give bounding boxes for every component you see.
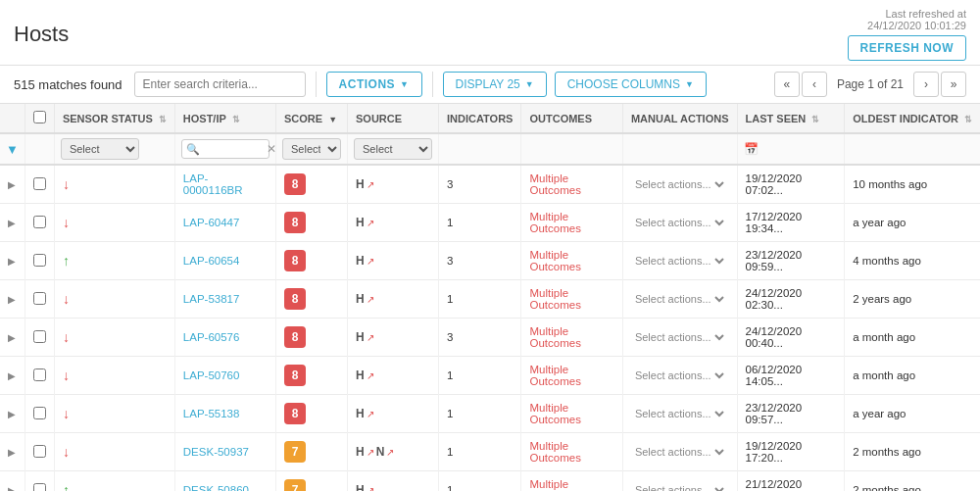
indicators-cell: 3 [439, 165, 521, 204]
manual-actions-select[interactable]: Select actions... [631, 254, 727, 268]
row-checkbox[interactable] [33, 330, 46, 343]
outcomes-link[interactable]: Multiple Outcomes [529, 364, 580, 387]
last-seen-cell: 19/12/2020 07:02... [737, 165, 845, 204]
manual-actions-select[interactable]: Select actions... [631, 445, 727, 459]
row-checkbox[interactable] [33, 254, 46, 267]
filter-score-cell: Select [276, 133, 348, 165]
oldest-sort-icon[interactable]: ⇅ [964, 115, 972, 124]
last-seen-sort-icon[interactable]: ⇅ [811, 115, 819, 124]
manual-actions-cell: Select actions... [622, 242, 737, 280]
expand-button[interactable]: ▶ [8, 256, 16, 267]
manual-actions-cell: Select actions... [622, 395, 737, 433]
actions-button[interactable]: ACTIONS ▼ [326, 72, 422, 97]
host-link[interactable]: LAP-55138 [183, 408, 240, 419]
row-checkbox[interactable] [33, 445, 46, 458]
host-link[interactable]: DESK-50937 [183, 446, 249, 458]
manual-actions-select[interactable]: Select actions... [631, 368, 727, 382]
display-button[interactable]: DISPLAY 25 ▼ [443, 72, 547, 97]
manual-actions-select[interactable]: Select actions... [631, 330, 727, 344]
score-filter[interactable]: Select [282, 138, 341, 160]
last-seen-calendar-icon[interactable]: 📅 [744, 142, 759, 156]
manual-actions-cell: Select actions... [622, 471, 737, 492]
outcomes-cell: Multiple Outcomes [521, 165, 622, 204]
outcomes-link[interactable]: Multiple Outcomes [529, 287, 580, 311]
score-sort-icon[interactable]: ▼ [328, 115, 337, 124]
status-down-icon: ↓ [63, 368, 70, 383]
host-link[interactable]: LAP-0000116BR [183, 172, 243, 196]
expand-button[interactable]: ▶ [8, 447, 16, 458]
expand-button[interactable]: ▶ [8, 409, 16, 419]
source-cell: H↗ [348, 395, 439, 433]
host-sort-icon[interactable]: ⇅ [232, 115, 240, 124]
expand-button[interactable]: ▶ [8, 485, 16, 491]
manual-actions-cell: Select actions... [622, 204, 737, 242]
row-checkbox[interactable] [33, 407, 46, 419]
row-checkbox[interactable] [33, 368, 46, 381]
source-cell: H↗ [348, 204, 439, 242]
score-badge: 7 [284, 479, 306, 491]
last-seen-cell: 21/12/2020 00:16... [737, 471, 845, 492]
outcomes-link[interactable]: Multiple Outcomes [529, 440, 580, 464]
manual-actions-select[interactable]: Select actions... [631, 407, 727, 420]
manual-actions-select[interactable]: Select actions... [631, 177, 727, 191]
expand-button[interactable]: ▶ [8, 218, 16, 228]
indicators-cell: 1 [439, 204, 521, 242]
outcomes-link[interactable]: Multiple Outcomes [529, 211, 580, 234]
outcomes-link[interactable]: Multiple Outcomes [529, 325, 580, 349]
row-checkbox[interactable] [33, 292, 46, 305]
source-cell: H↗ [348, 165, 439, 204]
choose-columns-button[interactable]: CHOOSE COLUMNS ▼ [555, 72, 707, 97]
next-page-button[interactable]: › [913, 72, 939, 97]
row-checkbox[interactable] [33, 177, 46, 190]
source-filter[interactable]: Select [354, 138, 432, 160]
table-row: ▶ ↑ LAP-60654 8 H↗ 3 Multiple Outcomes S… [0, 242, 980, 280]
checkbox-cell [24, 165, 54, 204]
last-page-button[interactable]: » [941, 72, 966, 97]
sensor-status-filter[interactable]: Select [61, 138, 139, 160]
host-link[interactable]: LAP-60576 [183, 331, 240, 343]
expand-button[interactable]: ▶ [8, 370, 16, 381]
manual-actions-select[interactable]: Select actions... [631, 483, 727, 491]
row-checkbox[interactable] [33, 483, 46, 492]
select-all-checkbox[interactable] [33, 111, 46, 123]
sensor-status-sort-icon[interactable]: ⇅ [159, 115, 167, 124]
host-link[interactable]: LAP-53817 [183, 293, 240, 305]
outcomes-link[interactable]: Multiple Outcomes [529, 402, 580, 425]
host-link[interactable]: LAP-60447 [183, 217, 240, 228]
host-filter-input[interactable] [203, 143, 267, 155]
col-outcomes: OUTCOMES [521, 104, 622, 133]
indicators-cell: 1 [439, 280, 521, 319]
filter-icon: ▼ [6, 142, 19, 157]
search-input[interactable] [134, 72, 306, 97]
toolbar-divider2 [432, 72, 433, 97]
filter-row: ▼ Select 🔍 ✕ Select [0, 133, 980, 165]
expand-button[interactable]: ▶ [8, 294, 16, 305]
col-oldest-indicator: OLDEST INDICATOR ⇅ [845, 104, 980, 133]
refresh-now-button[interactable]: REFRESH NOW [848, 35, 967, 61]
outcomes-link[interactable]: Multiple Outcomes [529, 249, 580, 272]
table-row: ▶ ↓ LAP-0000116BR 8 H↗ 3 Multiple Outcom… [0, 165, 980, 204]
oldest-indicator-cell: a year ago [845, 204, 980, 242]
manual-actions-select[interactable]: Select actions... [631, 216, 727, 229]
host-link[interactable]: LAP-60654 [183, 255, 240, 267]
col-checkbox [24, 104, 54, 133]
source-icon: H↗ [356, 292, 430, 306]
pagination: « ‹ Page 1 of 21 › » [774, 72, 966, 97]
row-checkbox[interactable] [33, 216, 46, 228]
outcomes-link[interactable]: Multiple Outcomes [529, 478, 580, 491]
host-cell: LAP-55138 [174, 395, 275, 433]
host-link[interactable]: DESK-50860 [183, 484, 249, 491]
manual-actions-cell: Select actions... [622, 280, 737, 319]
host-filter-clear-icon[interactable]: ✕ [267, 142, 276, 156]
prev-page-button[interactable]: ‹ [802, 72, 827, 97]
expand-button[interactable]: ▶ [8, 179, 16, 190]
outcomes-link[interactable]: Multiple Outcomes [529, 172, 580, 196]
status-up-icon: ↑ [63, 253, 70, 269]
host-link[interactable]: LAP-50760 [183, 369, 240, 381]
table-row: ▶ ↓ LAP-53817 8 H↗ 1 Multiple Outcomes S… [0, 280, 980, 319]
manual-actions-select[interactable]: Select actions... [631, 292, 727, 306]
toolbar: 515 matches found ACTIONS ▼ DISPLAY 25 ▼… [0, 66, 980, 104]
expand-button[interactable]: ▶ [8, 332, 16, 343]
page-info: Page 1 of 21 [829, 77, 911, 91]
first-page-button[interactable]: « [774, 72, 800, 97]
